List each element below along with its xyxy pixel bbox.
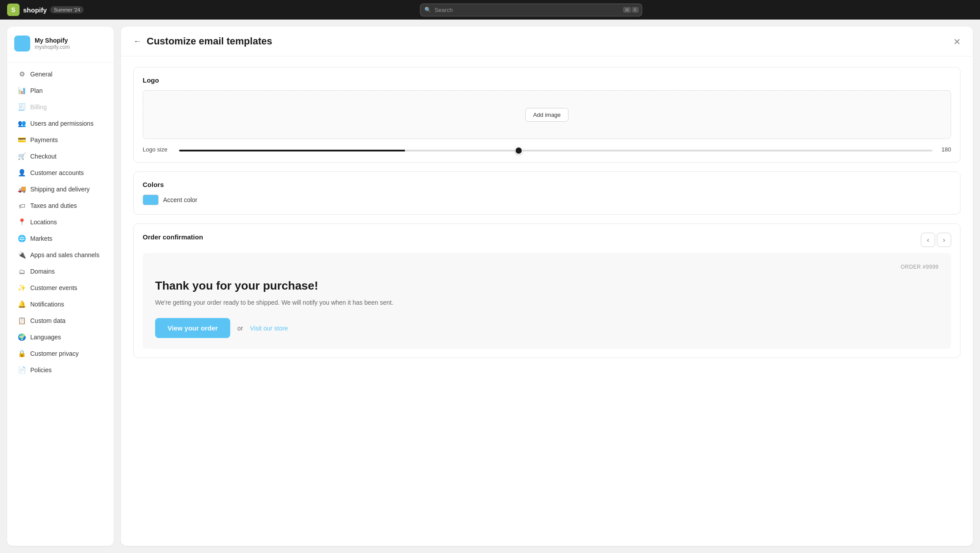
- logo-card: Logo Add image Logo size 180: [133, 67, 960, 163]
- colors-card: Colors Accent color: [133, 171, 960, 215]
- color-row: Accent color: [143, 195, 951, 205]
- sidebar-item-label: Customer events: [30, 284, 77, 291]
- logo-card-title: Logo: [143, 76, 951, 84]
- visit-store-link[interactable]: Visit our store: [250, 325, 288, 332]
- locations-icon: 📍: [18, 218, 26, 226]
- markets-icon: 🌐: [18, 235, 26, 243]
- taxes-icon: 🏷: [18, 202, 26, 210]
- sidebar-item-general[interactable]: ⚙ General: [11, 66, 110, 82]
- sidebar-item-label: Markets: [30, 235, 52, 242]
- sidebar-item-label: General: [30, 71, 52, 78]
- sidebar-item-checkout[interactable]: 🛒 Checkout: [11, 148, 110, 164]
- search-icon: 🔍: [424, 7, 431, 13]
- sidebar-item-billing: 🧾 Billing: [11, 99, 110, 115]
- sidebar-item-label: Languages: [30, 334, 61, 341]
- sidebar-item-languages[interactable]: 🌍 Languages: [11, 329, 110, 345]
- slider-wrap: [179, 145, 932, 153]
- prev-template-button[interactable]: ‹: [921, 233, 935, 247]
- customer-events-icon: ✨: [18, 284, 26, 292]
- customer-accounts-icon: 👤: [18, 169, 26, 177]
- shopify-logo: S shopify Summer '24: [7, 4, 84, 16]
- sidebar-item-custom-data[interactable]: 📋 Custom data: [11, 313, 110, 329]
- sidebar-item-label: Taxes and duties: [30, 202, 77, 209]
- order-confirmation-card: Order confirmation ‹ › ORDER #9999 Thank…: [133, 223, 960, 358]
- sidebar-item-apps[interactable]: 🔌 Apps and sales channels: [11, 247, 110, 263]
- close-button[interactable]: ✕: [950, 35, 964, 49]
- logo-size-slider[interactable]: [179, 150, 932, 151]
- email-actions: View your order or Visit our store: [155, 318, 939, 338]
- plan-icon: 📊: [18, 87, 26, 95]
- sidebar-item-label: Policies: [30, 366, 52, 374]
- billing-icon: 🧾: [18, 103, 26, 111]
- next-template-button[interactable]: ›: [937, 233, 951, 247]
- email-preview: ORDER #9999 Thank you for your purchase!…: [143, 253, 951, 349]
- sidebar-item-policies[interactable]: 📄 Policies: [11, 362, 110, 378]
- shopify-wordmark: shopify: [23, 6, 47, 14]
- store-header: My Shopify myshopify.com: [7, 34, 114, 59]
- apps-icon: 🔌: [18, 251, 26, 259]
- sidebar-item-users[interactable]: 👥 Users and permissions: [11, 115, 110, 131]
- logo-size-row: Logo size 180: [143, 145, 951, 153]
- or-text: or: [237, 325, 243, 332]
- domains-icon: 🗂: [18, 267, 26, 275]
- logo-size-value: 180: [938, 146, 951, 153]
- sidebar-item-plan[interactable]: 📊 Plan: [11, 83, 110, 99]
- search-shortcut: ⌘ K: [623, 7, 639, 13]
- order-conf-title: Order confirmation: [143, 233, 203, 241]
- panel-body: Logo Add image Logo size 180 Colors Acc: [121, 56, 973, 369]
- sidebar-item-label: Apps and sales channels: [30, 251, 100, 259]
- sidebar-item-customer-events[interactable]: ✨ Customer events: [11, 280, 110, 296]
- sidebar-item-label: Customer accounts: [30, 169, 84, 176]
- general-icon: ⚙: [18, 70, 26, 78]
- search-input[interactable]: [420, 4, 642, 16]
- sidebar-item-label: Shipping and delivery: [30, 186, 90, 193]
- logo-upload-area[interactable]: Add image: [143, 90, 951, 139]
- colors-card-title: Colors: [143, 181, 951, 188]
- store-url: myshopify.com: [35, 44, 107, 50]
- notifications-icon: 🔔: [18, 300, 26, 308]
- main-panel: ← Customize email templates ✕ Logo Add i…: [121, 27, 973, 546]
- sidebar-item-domains[interactable]: 🗂 Domains: [11, 263, 110, 279]
- shipping-icon: 🚚: [18, 185, 26, 193]
- sidebar-item-customer-privacy[interactable]: 🔒 Customer privacy: [11, 346, 110, 362]
- payments-icon: 💳: [18, 136, 26, 144]
- sidebar-item-label: Users and permissions: [30, 120, 93, 127]
- sidebar-item-label: Custom data: [30, 317, 65, 324]
- sidebar-item-label: Checkout: [30, 153, 56, 160]
- sidebar-item-label: Locations: [30, 219, 57, 226]
- sidebar-item-notifications[interactable]: 🔔 Notifications: [11, 296, 110, 312]
- add-image-button[interactable]: Add image: [525, 108, 568, 122]
- accent-color-label: Accent color: [163, 196, 197, 203]
- sidebar-item-customer-accounts[interactable]: 👤 Customer accounts: [11, 165, 110, 181]
- sidebar-item-label: Payments: [30, 136, 58, 143]
- sidebar-item-label: Notifications: [30, 301, 64, 308]
- sidebar-divider: [7, 62, 114, 63]
- summer-badge: Summer '24: [50, 6, 84, 13]
- sidebar-item-taxes[interactable]: 🏷 Taxes and duties: [11, 198, 110, 214]
- languages-icon: 🌍: [18, 333, 26, 341]
- panel-header: ← Customize email templates ✕: [121, 27, 973, 56]
- policies-icon: 📄: [18, 366, 26, 374]
- main-content: My Shopify myshopify.com ⚙ General 📊 Pla…: [0, 20, 980, 553]
- store-avatar: [14, 36, 30, 52]
- accent-color-swatch[interactable]: [143, 195, 159, 205]
- privacy-icon: 🔒: [18, 350, 26, 358]
- order-number: ORDER #9999: [155, 264, 939, 270]
- store-info: My Shopify myshopify.com: [35, 37, 107, 50]
- view-order-button[interactable]: View your order: [155, 318, 230, 338]
- users-icon: 👥: [18, 119, 26, 127]
- email-subtext: We're getting your order ready to be shi…: [155, 298, 939, 307]
- sidebar-item-label: Domains: [30, 268, 55, 275]
- shopify-icon: S: [7, 4, 20, 16]
- sidebar-item-shipping[interactable]: 🚚 Shipping and delivery: [11, 181, 110, 197]
- logo-size-label: Logo size: [143, 146, 174, 153]
- sidebar-item-markets[interactable]: 🌐 Markets: [11, 231, 110, 247]
- custom-data-icon: 📋: [18, 317, 26, 325]
- nav-arrows: ‹ ›: [921, 233, 951, 247]
- sidebar-item-locations[interactable]: 📍 Locations: [11, 214, 110, 230]
- sidebar-item-payments[interactable]: 💳 Payments: [11, 132, 110, 148]
- sidebar: My Shopify myshopify.com ⚙ General 📊 Pla…: [7, 27, 114, 546]
- back-button[interactable]: ←: [133, 37, 141, 45]
- store-name: My Shopify: [35, 37, 107, 44]
- search-bar[interactable]: 🔍 ⌘ K: [420, 4, 642, 16]
